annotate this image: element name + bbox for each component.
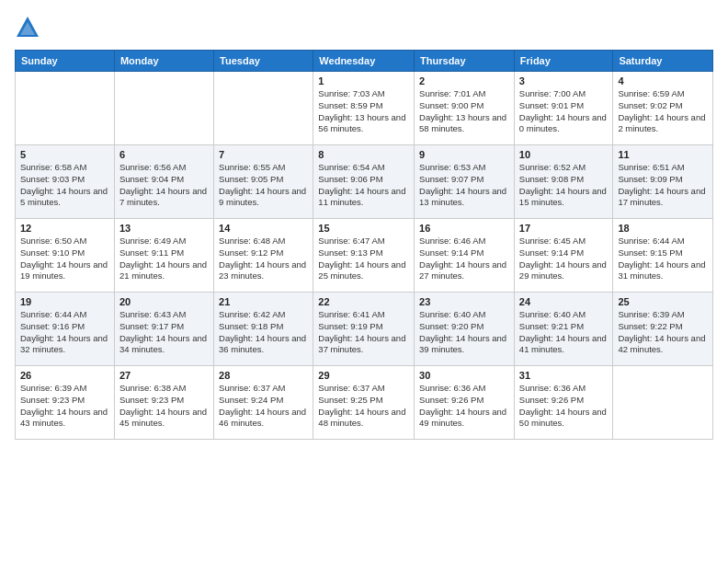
calendar-cell: 3Sunrise: 7:00 AM Sunset: 9:01 PM Daylig… — [514, 72, 613, 145]
day-number: 8 — [318, 149, 409, 160]
calendar-cell: 5Sunrise: 6:58 AM Sunset: 9:03 PM Daylig… — [16, 145, 115, 219]
calendar-header-tuesday: Tuesday — [214, 51, 313, 72]
calendar-week-2: 5Sunrise: 6:58 AM Sunset: 9:03 PM Daylig… — [16, 145, 713, 219]
day-number: 26 — [20, 370, 109, 381]
day-number: 15 — [318, 223, 409, 234]
day-number: 19 — [20, 296, 109, 307]
calendar-cell: 8Sunrise: 6:54 AM Sunset: 9:06 PM Daylig… — [313, 145, 415, 219]
day-number: 17 — [519, 223, 609, 234]
calendar-cell: 25Sunrise: 6:39 AM Sunset: 9:22 PM Dayli… — [613, 293, 713, 366]
day-info: Sunrise: 6:43 AM Sunset: 9:17 PM Dayligh… — [119, 309, 209, 356]
calendar-cell: 7Sunrise: 6:55 AM Sunset: 9:05 PM Daylig… — [214, 145, 313, 219]
calendar-cell: 13Sunrise: 6:49 AM Sunset: 9:11 PM Dayli… — [114, 219, 213, 293]
day-info: Sunrise: 7:01 AM Sunset: 9:00 PM Dayligh… — [419, 88, 509, 135]
calendar-cell: 14Sunrise: 6:48 AM Sunset: 9:12 PM Dayli… — [214, 219, 313, 293]
day-info: Sunrise: 6:59 AM Sunset: 9:02 PM Dayligh… — [618, 88, 708, 135]
calendar-cell: 16Sunrise: 6:46 AM Sunset: 9:14 PM Dayli… — [415, 219, 515, 293]
day-number: 18 — [618, 223, 708, 234]
day-number: 9 — [419, 149, 509, 160]
day-number: 23 — [419, 296, 509, 307]
day-info: Sunrise: 6:47 AM Sunset: 9:13 PM Dayligh… — [318, 236, 409, 282]
calendar-week-5: 26Sunrise: 6:39 AM Sunset: 9:23 PM Dayli… — [16, 366, 713, 440]
calendar-header-friday: Friday — [514, 51, 613, 72]
logo-icon — [15, 15, 40, 40]
calendar-cell: 24Sunrise: 6:40 AM Sunset: 9:21 PM Dayli… — [514, 293, 613, 366]
calendar-cell — [114, 72, 213, 145]
day-info: Sunrise: 7:00 AM Sunset: 9:01 PM Dayligh… — [519, 88, 609, 135]
header — [15, 15, 713, 40]
day-info: Sunrise: 6:53 AM Sunset: 9:07 PM Dayligh… — [419, 162, 509, 209]
day-number: 20 — [119, 296, 209, 307]
calendar-week-4: 19Sunrise: 6:44 AM Sunset: 9:16 PM Dayli… — [16, 293, 713, 366]
day-info: Sunrise: 6:40 AM Sunset: 9:21 PM Dayligh… — [519, 309, 609, 356]
day-info: Sunrise: 6:42 AM Sunset: 9:18 PM Dayligh… — [219, 309, 308, 356]
calendar-cell — [613, 366, 713, 440]
calendar-cell: 17Sunrise: 6:45 AM Sunset: 9:14 PM Dayli… — [514, 219, 613, 293]
day-number: 16 — [419, 223, 509, 234]
calendar-cell — [16, 72, 115, 145]
calendar-cell: 30Sunrise: 6:36 AM Sunset: 9:26 PM Dayli… — [415, 366, 515, 440]
day-number: 12 — [20, 223, 109, 234]
calendar-cell: 27Sunrise: 6:38 AM Sunset: 9:23 PM Dayli… — [114, 366, 213, 440]
calendar-header-thursday: Thursday — [415, 51, 515, 72]
day-number: 31 — [519, 370, 609, 381]
calendar-cell: 19Sunrise: 6:44 AM Sunset: 9:16 PM Dayli… — [16, 293, 115, 366]
day-info: Sunrise: 6:50 AM Sunset: 9:10 PM Dayligh… — [20, 236, 109, 282]
day-number: 29 — [318, 370, 409, 381]
day-number: 13 — [119, 223, 209, 234]
day-number: 22 — [318, 296, 409, 307]
day-number: 25 — [618, 296, 708, 307]
day-number: 24 — [519, 296, 609, 307]
day-number: 10 — [519, 149, 609, 160]
day-number: 3 — [519, 75, 609, 86]
day-number: 28 — [219, 370, 308, 381]
calendar-cell: 31Sunrise: 6:36 AM Sunset: 9:26 PM Dayli… — [514, 366, 613, 440]
day-info: Sunrise: 6:45 AM Sunset: 9:14 PM Dayligh… — [519, 236, 609, 282]
calendar-cell: 18Sunrise: 6:44 AM Sunset: 9:15 PM Dayli… — [613, 219, 713, 293]
day-number: 4 — [618, 75, 708, 86]
calendar-cell: 20Sunrise: 6:43 AM Sunset: 9:17 PM Dayli… — [114, 293, 213, 366]
day-info: Sunrise: 6:38 AM Sunset: 9:23 PM Dayligh… — [119, 383, 209, 430]
day-info: Sunrise: 6:39 AM Sunset: 9:23 PM Dayligh… — [20, 383, 109, 430]
day-number: 6 — [119, 149, 209, 160]
day-info: Sunrise: 6:49 AM Sunset: 9:11 PM Dayligh… — [119, 236, 209, 282]
calendar-cell: 28Sunrise: 6:37 AM Sunset: 9:24 PM Dayli… — [214, 366, 313, 440]
calendar-cell: 12Sunrise: 6:50 AM Sunset: 9:10 PM Dayli… — [16, 219, 115, 293]
calendar-table: SundayMondayTuesdayWednesdayThursdayFrid… — [15, 50, 713, 440]
day-info: Sunrise: 7:03 AM Sunset: 8:59 PM Dayligh… — [318, 88, 409, 135]
day-number: 11 — [618, 149, 708, 160]
day-info: Sunrise: 6:48 AM Sunset: 9:12 PM Dayligh… — [219, 236, 308, 282]
day-info: Sunrise: 6:56 AM Sunset: 9:04 PM Dayligh… — [119, 162, 209, 209]
day-info: Sunrise: 6:44 AM Sunset: 9:16 PM Dayligh… — [20, 309, 109, 356]
calendar-header-row: SundayMondayTuesdayWednesdayThursdayFrid… — [16, 51, 713, 72]
calendar-week-3: 12Sunrise: 6:50 AM Sunset: 9:10 PM Dayli… — [16, 219, 713, 293]
calendar-cell: 11Sunrise: 6:51 AM Sunset: 9:09 PM Dayli… — [613, 145, 713, 219]
day-info: Sunrise: 6:36 AM Sunset: 9:26 PM Dayligh… — [419, 383, 509, 430]
calendar-cell: 29Sunrise: 6:37 AM Sunset: 9:25 PM Dayli… — [313, 366, 415, 440]
day-info: Sunrise: 6:54 AM Sunset: 9:06 PM Dayligh… — [318, 162, 409, 209]
day-info: Sunrise: 6:39 AM Sunset: 9:22 PM Dayligh… — [618, 309, 708, 356]
day-info: Sunrise: 6:58 AM Sunset: 9:03 PM Dayligh… — [20, 162, 109, 209]
calendar-cell: 1Sunrise: 7:03 AM Sunset: 8:59 PM Daylig… — [313, 72, 415, 145]
day-info: Sunrise: 6:40 AM Sunset: 9:20 PM Dayligh… — [419, 309, 509, 356]
logo — [15, 15, 44, 40]
day-number: 14 — [219, 223, 308, 234]
calendar-cell: 21Sunrise: 6:42 AM Sunset: 9:18 PM Dayli… — [214, 293, 313, 366]
day-info: Sunrise: 6:41 AM Sunset: 9:19 PM Dayligh… — [318, 309, 409, 356]
day-number: 27 — [119, 370, 209, 381]
calendar-cell — [214, 72, 313, 145]
page: SundayMondayTuesdayWednesdayThursdayFrid… — [0, 0, 728, 563]
calendar-header-wednesday: Wednesday — [313, 51, 415, 72]
day-info: Sunrise: 6:36 AM Sunset: 9:26 PM Dayligh… — [519, 383, 609, 430]
calendar-header-saturday: Saturday — [613, 51, 713, 72]
day-number: 1 — [318, 75, 409, 86]
day-number: 7 — [219, 149, 308, 160]
day-info: Sunrise: 6:44 AM Sunset: 9:15 PM Dayligh… — [618, 236, 708, 282]
calendar-cell: 9Sunrise: 6:53 AM Sunset: 9:07 PM Daylig… — [415, 145, 515, 219]
calendar-header-monday: Monday — [114, 51, 213, 72]
calendar-cell: 10Sunrise: 6:52 AM Sunset: 9:08 PM Dayli… — [514, 145, 613, 219]
day-info: Sunrise: 6:37 AM Sunset: 9:24 PM Dayligh… — [219, 383, 308, 430]
calendar-header-sunday: Sunday — [16, 51, 115, 72]
calendar-cell: 4Sunrise: 6:59 AM Sunset: 9:02 PM Daylig… — [613, 72, 713, 145]
day-info: Sunrise: 6:37 AM Sunset: 9:25 PM Dayligh… — [318, 383, 409, 430]
